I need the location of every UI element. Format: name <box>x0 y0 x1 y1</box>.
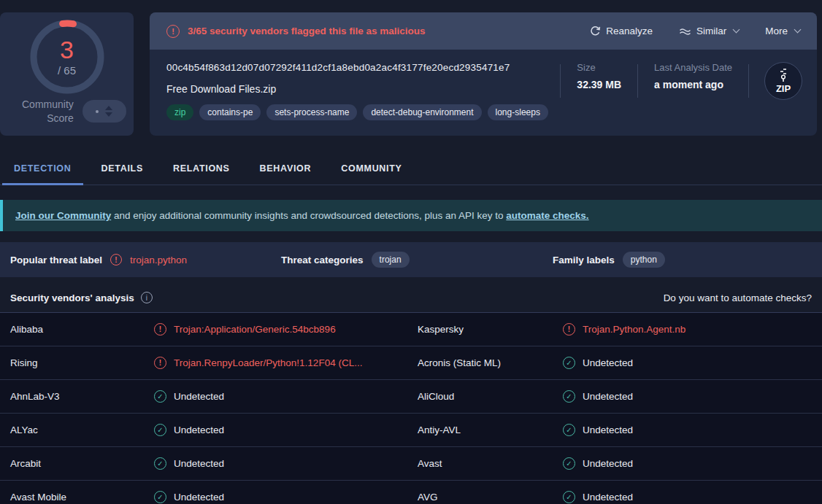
warning-icon: ! <box>110 254 122 265</box>
warning-icon: ! <box>154 357 166 369</box>
vendor-name: Acronis (Static ML) <box>418 357 563 368</box>
detection-result: ✓ Undetected <box>154 390 418 403</box>
detection-result: ✓ Undetected <box>563 491 822 503</box>
check-icon: ✓ <box>563 357 575 369</box>
vendor-name: ALYac <box>10 424 154 435</box>
warning-icon: ! <box>154 323 166 336</box>
family-label-pill[interactable]: python <box>623 252 665 268</box>
vendor-name: Arcabit <box>10 458 154 469</box>
detection-label: Undetected <box>174 391 224 402</box>
vendor-name: Alibaba <box>10 324 154 335</box>
table-row: Arcabit ✓ Undetected Avast ✓ Undetected <box>0 447 822 481</box>
vote-dot-icon <box>96 110 99 113</box>
detection-label: Undetected <box>174 458 224 469</box>
score-text: 3 / 65 <box>29 19 105 95</box>
detection-result: ! Trojan.RenpyLoader/Python!1.12F04 (CL.… <box>154 357 418 369</box>
reanalyze-button[interactable]: Reanalyze <box>590 26 653 36</box>
tag-sets-process-name[interactable]: sets-process-name <box>266 104 357 120</box>
file-details: 00c4b54f863d12d07d07292f411d2cf1a8ebd0a2… <box>150 50 817 136</box>
file-tags: zip contains-pe sets-process-name detect… <box>166 104 548 120</box>
vote-arrows <box>105 106 112 117</box>
community-score-footer: Community Score <box>0 98 134 125</box>
threat-info-bar: Popular threat label ! trojan.python Thr… <box>0 242 822 277</box>
tag-long-sleeps[interactable]: long-sleeps <box>488 104 548 120</box>
detection-label: Undetected <box>583 424 633 435</box>
detection-result: ! Trojan.Python.Agent.nb <box>563 323 822 336</box>
popular-threat-value: trojan.python <box>130 255 187 265</box>
report-tabbar: DETECTION DETAILS RELATIONS BEHAVIOR COM… <box>0 153 822 185</box>
detection-result: ✓ Undetected <box>154 491 418 503</box>
vendor-name: AhnLab-V3 <box>10 391 154 402</box>
detection-label: Trojan.RenpyLoader/Python!1.12F04 (CL... <box>174 357 362 368</box>
zipper-icon <box>779 69 788 83</box>
reanalyze-label: Reanalyze <box>606 26 653 36</box>
check-icon: ✓ <box>154 390 166 403</box>
detection-label: Undetected <box>583 391 633 402</box>
warning-icon: ! <box>563 323 575 336</box>
info-icon[interactable]: i <box>141 292 153 303</box>
table-row: Alibaba ! Trojan:Application/Generic.54b… <box>0 313 822 346</box>
detection-result: ✓ Undetected <box>563 390 822 403</box>
last-analysis-block: Last Analysis Date a moment ago <box>638 62 748 90</box>
popular-threat-label-group: Popular threat label ! trojan.python <box>10 254 281 265</box>
community-score-card: 3 / 65 Community Score <box>0 12 134 136</box>
family-labels-label: Family labels <box>553 255 615 265</box>
similar-icon <box>679 27 691 36</box>
vendor-name: Avast Mobile <box>10 492 154 503</box>
detection-result: ! Trojan:Application/Generic.54bcb896 <box>154 323 418 336</box>
last-analysis-label: Last Analysis Date <box>654 62 732 73</box>
file-sha256[interactable]: 00c4b54f863d12d07d07292f411d2cf1a8ebd0a2… <box>166 62 548 73</box>
chevron-down-icon <box>794 26 802 34</box>
detection-label: Undetected <box>583 357 633 368</box>
top-section: 3 / 65 Community Score ! 3/65 security v… <box>0 0 822 136</box>
size-value: 32.39 MB <box>577 79 621 90</box>
vendor-name: Kaspersky <box>418 324 563 335</box>
file-size-block: Size 32.39 MB <box>561 62 637 90</box>
check-icon: ✓ <box>563 457 575 470</box>
vendors-analysis-table: Alibaba ! Trojan:Application/Generic.54b… <box>0 312 822 504</box>
threat-categories-group: Threat categories trojan <box>281 252 553 268</box>
detection-alert-bar: ! 3/65 security vendors flagged this fil… <box>150 12 817 50</box>
join-community-link[interactable]: Join our Community <box>15 210 111 221</box>
more-button[interactable]: More <box>765 26 800 36</box>
community-banner: Join our Community and enjoy additional … <box>0 200 822 231</box>
file-meta: Size 32.39 MB Last Analysis Date a momen… <box>560 62 802 136</box>
tab-relations[interactable]: RELATIONS <box>161 153 242 185</box>
automate-checks-question-link[interactable]: Do you want to automate checks? <box>664 292 812 303</box>
vendor-name: Avast <box>418 458 563 469</box>
vendor-name: Antiy-AVL <box>418 424 563 435</box>
detection-label: Undetected <box>174 424 224 435</box>
check-icon: ✓ <box>563 491 575 503</box>
header-actions: Reanalyze Similar More <box>590 26 800 36</box>
detection-result: ✓ Undetected <box>563 424 822 436</box>
vendor-name: AVG <box>418 492 563 503</box>
alert-message: ! 3/65 security vendors flagged this fil… <box>166 25 426 38</box>
detection-label: Undetected <box>583 492 633 503</box>
tab-community[interactable]: COMMUNITY <box>329 153 413 185</box>
tag-zip[interactable]: zip <box>166 104 193 120</box>
threat-categories-label: Threat categories <box>281 255 364 265</box>
threat-category-pill[interactable]: trojan <box>372 252 410 268</box>
detection-result: ✓ Undetected <box>154 424 418 436</box>
analysis-section-header: Security vendors' analysis i Do you want… <box>0 279 822 312</box>
tab-detection[interactable]: DETECTION <box>2 153 83 185</box>
tab-behavior[interactable]: BEHAVIOR <box>248 153 323 185</box>
vote-down-icon[interactable] <box>105 112 112 117</box>
automate-checks-link[interactable]: automate checks. <box>506 210 588 221</box>
detection-label: Undetected <box>583 458 633 469</box>
tab-details[interactable]: DETAILS <box>90 153 155 185</box>
chevron-down-icon <box>733 26 740 34</box>
tag-detect-debug-environment[interactable]: detect-debug-environment <box>363 104 481 120</box>
community-vote-widget[interactable] <box>82 100 126 123</box>
reanalyze-icon <box>590 26 601 36</box>
family-labels-group: Family labels python <box>553 252 665 268</box>
check-icon: ✓ <box>563 424 575 436</box>
detection-label: Trojan:Application/Generic.54bcb896 <box>174 324 336 335</box>
detection-result: ✓ Undetected <box>563 357 822 369</box>
file-summary-card: ! 3/65 security vendors flagged this fil… <box>150 12 817 136</box>
vote-up-icon[interactable] <box>105 106 112 110</box>
more-label: More <box>765 26 788 36</box>
tag-contains-pe[interactable]: contains-pe <box>199 104 261 120</box>
similar-button[interactable]: Similar <box>679 26 739 36</box>
check-icon: ✓ <box>563 390 575 403</box>
